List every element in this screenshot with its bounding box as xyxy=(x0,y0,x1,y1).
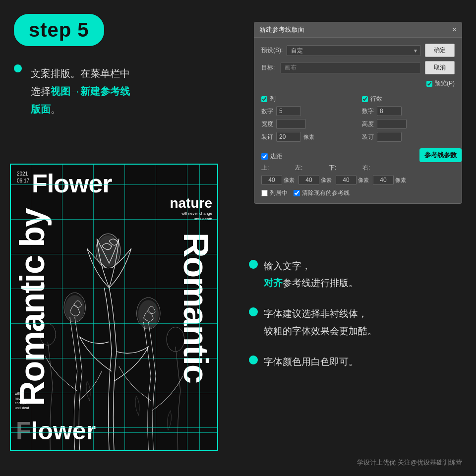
poster-romantic-right-text: Romantic xyxy=(178,233,213,383)
instruction-highlight-2: 版面 xyxy=(31,104,51,115)
center-cols-label: 列居中 xyxy=(270,189,288,197)
margin-bottom-input[interactable] xyxy=(336,175,357,185)
right-content: 输入文字， 对齐参考线进行排版。 字体建议选择非衬线体，较粗的字体效果会更加酷。… xyxy=(249,258,462,384)
col-number-input[interactable] xyxy=(276,106,301,116)
preview-label: 预览(P) xyxy=(435,79,455,88)
row-number-label: 数字 xyxy=(362,107,374,116)
preset-row: 预设(S): 自定 ▼ 确定 xyxy=(261,44,455,57)
rows-checkbox[interactable] xyxy=(362,96,368,102)
margin-label: 边距 xyxy=(270,152,282,161)
poster-romantic-by-text: Romantic by xyxy=(15,209,50,406)
target-row: 目标: 取消 xyxy=(261,61,455,74)
rows-label: 行数 xyxy=(370,95,382,103)
margin-top-unit: 像素 xyxy=(284,177,295,184)
margin-left-unit: 像素 xyxy=(321,177,332,184)
margin-checkbox[interactable] xyxy=(261,153,268,160)
columns-checkbox[interactable] xyxy=(261,96,267,102)
margin-right-dir: 右: xyxy=(362,164,392,172)
col-gutter-label: 装订 xyxy=(261,133,274,141)
col-width-label: 宽度 xyxy=(261,120,274,128)
margin-top-dir: 上: xyxy=(261,164,291,172)
instruction-text-1c: 。 xyxy=(51,104,60,115)
col-gutter-row: 装订 像素 xyxy=(261,132,354,142)
preview-check-row: 预览(P) xyxy=(426,79,455,88)
margin-section: 参考线参数 边距 上: 左: 下: 右: 像素 xyxy=(261,152,455,185)
col-check-row: 列 xyxy=(261,95,354,103)
right-text-3: 字体颜色用白色即可。 xyxy=(264,354,358,370)
margin-bottom-item: 像素 xyxy=(336,175,369,185)
dialog-footer-row: 列居中 清除现有的参考线 xyxy=(261,189,455,197)
row-gutter-label: 装订 xyxy=(362,133,374,141)
dialog-box: 新建参考线版面 × 预设(S): 自定 ▼ 确定 目标: 取消 xyxy=(254,22,462,204)
center-cols-check: 列居中 xyxy=(261,189,288,197)
row-height-row: 高度 xyxy=(362,119,455,129)
right-text-2: 字体建议选择非衬线体，较粗的字体效果会更加酷。 xyxy=(264,305,377,339)
margin-top-item: 像素 xyxy=(261,175,295,185)
page-container: step 5 新建参考线版面 × 预设(S): 自定 ▼ 确定 目标: xyxy=(0,0,476,476)
instruction-dot-1 xyxy=(14,64,22,72)
margin-bottom-dir: 下: xyxy=(329,164,358,172)
center-cols-checkbox[interactable] xyxy=(261,190,268,196)
row-height-label: 高度 xyxy=(362,120,374,128)
instruction-block-1: 文案排版。在菜单栏中 选择视图→新建参考线 版面。 xyxy=(14,64,222,118)
margin-dirs: 上: 左: 下: 右: xyxy=(261,164,455,172)
margin-inputs: 像素 像素 像素 像素 xyxy=(261,175,455,185)
preset-label: 预设(S): xyxy=(261,46,283,55)
columns-group: 列 数字 宽度 装订 像素 xyxy=(261,95,354,144)
dialog-body: 预设(S): 自定 ▼ 确定 目标: 取消 预览(P) xyxy=(254,38,462,203)
step-badge: step 5 xyxy=(14,14,104,46)
step-label: step 5 xyxy=(29,19,89,41)
right-dot-2 xyxy=(249,307,258,316)
margin-right-input[interactable] xyxy=(373,175,394,185)
row-gutter-row: 装订 xyxy=(362,132,455,142)
instruction-text-1: 文案排版。在菜单栏中 选择视图→新建参考线 版面。 xyxy=(31,64,130,118)
rows-group: 行数 数字 高度 装订 xyxy=(362,95,455,144)
row-number-input[interactable] xyxy=(377,106,402,116)
preset-select-wrapper: 自定 ▼ xyxy=(287,45,421,56)
row-check-row: 行数 xyxy=(362,95,455,103)
right-dot-1 xyxy=(249,260,258,269)
clear-label: 清除现有的参考线 xyxy=(302,189,350,197)
row-gutter-input[interactable] xyxy=(377,132,402,142)
target-label: 目标: xyxy=(261,63,276,72)
col-number-label: 数字 xyxy=(261,107,274,116)
right-instruction-3: 字体颜色用白色即可。 xyxy=(249,354,462,370)
right-highlight-1: 对齐 xyxy=(264,278,283,288)
dialog-close-icon[interactable]: × xyxy=(452,25,457,34)
footer-text: 学设计上优优 关注@优设基础训练营 xyxy=(357,459,462,466)
instruction-highlight-1: 视图→新建参考线 xyxy=(51,86,130,97)
right-dot-3 xyxy=(249,356,258,364)
cancel-button[interactable]: 取消 xyxy=(425,61,455,74)
margin-right-item: 像素 xyxy=(373,175,406,185)
footer: 学设计上优优 关注@优设基础训练营 xyxy=(357,458,462,467)
preset-select[interactable]: 自定 xyxy=(287,45,421,56)
instruction-text-1b: 选择视图→新建参考线 xyxy=(31,86,130,97)
dialog-titlebar: 新建参考线版面 × xyxy=(254,22,462,38)
poster-text-layer: 2021 06.17 Flower nature will never chan… xyxy=(11,165,217,450)
target-input[interactable] xyxy=(280,62,421,73)
margin-left-input[interactable] xyxy=(298,175,319,185)
col-number-row: 数字 xyxy=(261,106,354,116)
col-width-row: 宽度 xyxy=(261,119,354,129)
row-height-input[interactable] xyxy=(377,119,407,129)
dialog-title: 新建参考线版面 xyxy=(259,25,304,34)
margin-right-unit: 像素 xyxy=(395,177,406,184)
col-gutter-input[interactable] xyxy=(276,132,301,142)
margin-left-dir: 左: xyxy=(295,164,325,172)
left-content: 文案排版。在菜单栏中 选择视图→新建参考线 版面。 xyxy=(14,64,222,118)
col-width-input[interactable] xyxy=(276,119,306,129)
poster-romantic-right-container: Romantic xyxy=(178,165,213,450)
clear-checkbox[interactable] xyxy=(294,190,300,196)
margin-badge: 参考线参数 xyxy=(419,148,462,162)
confirm-button[interactable]: 确定 xyxy=(425,44,455,57)
margin-left-item: 像素 xyxy=(298,175,332,185)
margin-top-input[interactable] xyxy=(261,175,282,185)
clear-check: 清除现有的参考线 xyxy=(294,189,350,197)
preview-checkbox[interactable] xyxy=(426,81,432,87)
columns-label: 列 xyxy=(270,95,276,103)
margin-bottom-unit: 像素 xyxy=(358,177,369,184)
right-instruction-2: 字体建议选择非衬线体，较粗的字体效果会更加酷。 xyxy=(249,305,462,339)
instruction-text-1a: 文案排版。在菜单栏中 xyxy=(31,68,130,79)
right-instruction-1: 输入文字， 对齐参考线进行排版。 xyxy=(249,258,462,292)
columns-rows-row: 列 数字 宽度 装订 像素 xyxy=(261,95,455,144)
